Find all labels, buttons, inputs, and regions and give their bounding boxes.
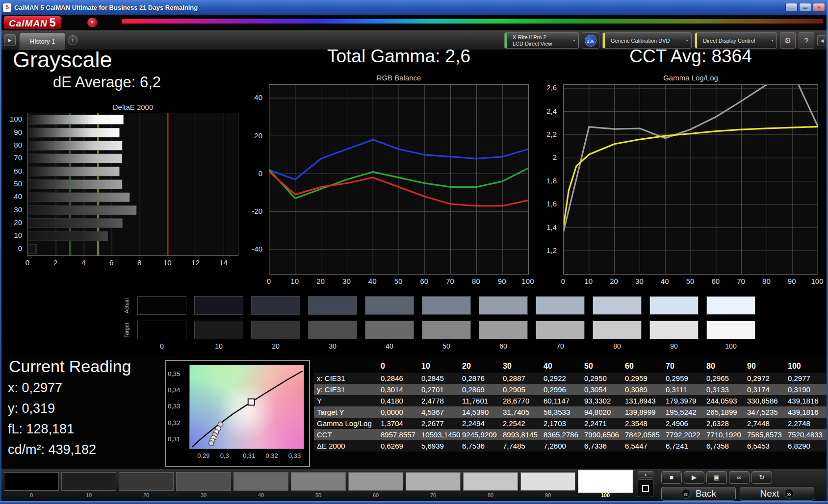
collapse-toolbar-button[interactable]: ◀ [817, 35, 827, 46]
table-cell: 28,6770 [501, 397, 542, 405]
table-cell: 2,2471 [582, 419, 623, 428]
target-swatch-40 [365, 321, 414, 339]
pattern-up-button[interactable]: ▲ [638, 471, 653, 478]
y-axis-tick-label: 0,35 [168, 370, 180, 378]
target-swatch-20 [251, 321, 300, 339]
swatch-column-label: 60 [479, 342, 528, 350]
table-column-header: 60 [623, 362, 664, 371]
deltae-y-axis: 1009080706050403020100 [5, 113, 26, 256]
actual-swatch-50 [422, 296, 471, 315]
continuous-button[interactable]: ∞ [729, 471, 750, 484]
table-cell: 7710,1920 [704, 430, 745, 439]
table-column-header: 70 [664, 362, 704, 371]
actual-swatch-20 [251, 296, 300, 315]
table-cell: 11,7601 [460, 397, 501, 405]
play-button[interactable]: ▶ [684, 471, 704, 484]
table-cell: 1,3704 [379, 419, 419, 428]
pattern-window-button[interactable] [638, 479, 653, 497]
results-table: 0102030405060708090100x: CIE310,28460,28… [314, 360, 827, 452]
y-axis-tick-label: 1,2 [546, 246, 557, 254]
patch-button-0[interactable] [4, 472, 59, 491]
y-axis-tick-label: 0,33 [168, 403, 180, 410]
y-axis-tick-label: 2,6 [546, 83, 557, 92]
table-column-header: 40 [542, 362, 582, 371]
display-control-name: Direct Display Control [703, 38, 755, 44]
table-header-row: 0102030405060708090100 [314, 360, 827, 373]
y-axis-tick-label: 1,6 [546, 200, 557, 208]
patch-button-70[interactable] [406, 472, 461, 491]
x-axis-tick-label: 0,33 [288, 452, 301, 459]
next-button[interactable]: Next » [740, 487, 814, 501]
x-axis-tick-label: 6 [109, 258, 113, 267]
target-swatch-90 [649, 321, 699, 339]
table-cell: 8993,8145 [501, 430, 542, 439]
x-axis-tick-label: 0 [561, 277, 565, 285]
table-column-header: 50 [582, 362, 623, 371]
x-axis-tick-label: 0,32 [265, 452, 278, 459]
y-axis-tick-label: 30 [14, 205, 22, 214]
table-cell: 131,8943 [623, 397, 664, 405]
logo-menu-button[interactable]: ▼ [87, 18, 97, 27]
table-cell: 7,2600 [542, 442, 582, 450]
patch-label: 40 [233, 492, 288, 498]
x-axis-tick-label: 60 [420, 277, 428, 285]
actual-swatch-30 [308, 296, 357, 315]
patch-button-40[interactable] [233, 472, 288, 491]
table-cell: 2,2542 [501, 419, 542, 428]
patch-button-100[interactable] [578, 470, 633, 493]
table-cell: 2,6328 [704, 419, 745, 428]
target-swatch-0 [137, 321, 186, 339]
swatch-column-label: 100 [706, 342, 755, 350]
table-cell: 0,2950 [582, 374, 623, 382]
y-axis-tick-label: 0 [259, 169, 262, 177]
pattern-button[interactable]: ▣ [706, 471, 727, 484]
back-arrow-icon: « [681, 489, 691, 499]
table-cell: 0,2905 [501, 385, 542, 394]
x-axis-tick-label: 0,3 [220, 452, 229, 459]
minimize-button[interactable]: – [785, 3, 798, 12]
chevron-down-icon: ▼ [572, 39, 576, 42]
add-tab-button[interactable]: + [68, 35, 78, 45]
panel-flyout-button[interactable]: ▶ [4, 34, 16, 46]
gamma-chart-title: Gamma Log/Log [563, 74, 818, 82]
reading-fl: fL: 128,181 [8, 422, 74, 437]
target-swatch-80 [593, 321, 642, 339]
table-cell: 0,2846 [379, 374, 419, 382]
table-cell: 0,4180 [379, 397, 419, 405]
table-row-label: Target Y [314, 408, 379, 416]
stop-button[interactable]: ■ [661, 471, 682, 484]
table-column-header: 80 [704, 362, 745, 371]
x-axis-tick-label: 0,29 [197, 452, 209, 459]
table-row-label: Y [314, 397, 379, 405]
restore-button[interactable]: ▭ [799, 3, 811, 12]
patch-button-80[interactable] [463, 472, 518, 491]
back-button[interactable]: « Back [661, 487, 736, 501]
target-swatch-50 [422, 321, 471, 339]
patch-button-20[interactable] [119, 472, 174, 491]
close-button[interactable]: × [813, 3, 825, 12]
table-cell: 0,3111 [664, 385, 704, 394]
table-cell: 2,3548 [623, 419, 664, 428]
table-cell: 7792,2022 [664, 430, 704, 439]
current-reading-title: Current Reading [9, 357, 131, 376]
table-cell: 0,3190 [786, 385, 827, 394]
loop-button[interactable]: ↻ [751, 471, 772, 484]
table-row: Y0,41802,477811,760128,677060,114793,330… [314, 395, 827, 406]
table-row-label: y: CIE31 [314, 385, 379, 394]
patch-button-10[interactable] [61, 472, 116, 491]
y-axis-tick-label: -20 [252, 207, 262, 215]
table-cell: 9245,9209 [460, 430, 501, 439]
table-cell: 0,2701 [419, 385, 460, 394]
x-axis-tick-label: 20 [316, 277, 325, 285]
patch-button-60[interactable] [348, 472, 403, 491]
table-cell: 179,3979 [664, 397, 704, 405]
gear-icon: ⚙ [784, 36, 791, 45]
total-gamma-value: Total Gamma: 2,6 [269, 46, 529, 67]
patch-button-50[interactable] [291, 472, 346, 491]
x-axis-tick-label: 80 [472, 277, 480, 285]
arrow-up-icon: ▲ [644, 473, 647, 476]
patch-button-90[interactable] [520, 472, 575, 491]
table-column-header: 100 [786, 362, 827, 371]
table-cell: 439,1816 [786, 408, 827, 416]
patch-button-30[interactable] [176, 472, 231, 491]
